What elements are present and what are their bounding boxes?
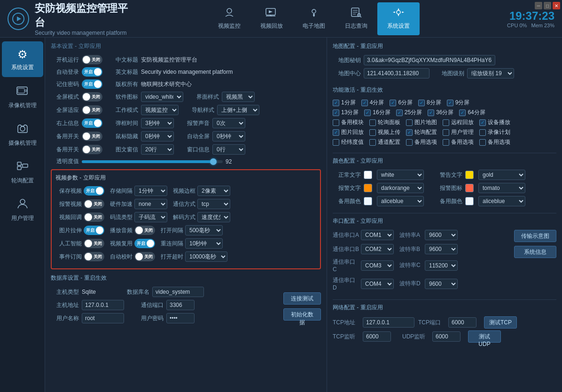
feature-channel-config[interactable]: 通道配置	[369, 138, 400, 146]
dropdown-hw-accel[interactable]: none	[134, 199, 167, 209]
dropdown-baud-c[interactable]: 115200	[425, 260, 458, 271]
toggle-startup[interactable]: 关闭	[82, 55, 102, 64]
sidebar-item-system-settings[interactable]: ⚙ 系统设置	[2, 41, 43, 77]
feature-record-plan[interactable]: 录像计划	[479, 128, 510, 136]
dropdown-com-b[interactable]: COM2	[361, 244, 394, 254]
input-password[interactable]	[166, 313, 195, 323]
toggle-auto-sync[interactable]: 关闭	[134, 252, 155, 261]
dropdown-com-d[interactable]: COM4	[361, 279, 394, 289]
feature-poll-config[interactable]: ✓ 轮询配置	[406, 128, 437, 136]
feature-64screen[interactable]: ✓ 64分屏	[459, 109, 485, 117]
dropdown-alarm-sound[interactable]: 0次	[212, 118, 245, 128]
dropdown-spare-color1[interactable]: aliceblue	[377, 196, 424, 206]
dropdown-nav-style[interactable]: 上侧+上侧	[217, 105, 259, 115]
dropdown-open-interval[interactable]: 500毫秒	[185, 225, 223, 235]
input-tcp-addr[interactable]	[363, 317, 414, 328]
toggle-img-stretch[interactable]: 开启	[84, 226, 104, 235]
tab-log-query[interactable]: 日志查询	[335, 2, 377, 35]
feature-poll-panel[interactable]: 轮询面板	[369, 118, 400, 126]
dropdown-popup-time[interactable]: 3秒钟	[141, 118, 174, 128]
swatch-spare-color2[interactable]	[465, 197, 474, 205]
feature-6screen[interactable]: ✓ 6分屏	[390, 99, 413, 107]
swatch-normal-text[interactable]	[364, 171, 372, 179]
close-button[interactable]: ✕	[553, 2, 560, 9]
swatch-warning-text[interactable]	[465, 171, 474, 179]
maximize-button[interactable]: □	[544, 2, 551, 9]
btn-test-tcp[interactable]: 测试TCP	[484, 316, 517, 329]
dropdown-warning-text-color[interactable]: gold	[478, 170, 525, 180]
feature-13screen[interactable]: ✓ 13分屏	[333, 109, 359, 117]
toggle-remember-pwd[interactable]: 开启	[82, 79, 102, 89]
dropdown-map-level[interactable]: 缩放级别 19	[467, 68, 514, 78]
toggle-spare2[interactable]: 关闭	[82, 145, 102, 154]
minimize-button[interactable]: ─	[535, 2, 542, 9]
dropdown-video-border[interactable]: 2像素	[197, 186, 230, 196]
dropdown-com-a[interactable]: COM1	[361, 230, 394, 240]
dropdown-auto-fullscreen[interactable]: 0秒钟	[212, 131, 245, 141]
btn-init-data[interactable]: 初始化数据	[283, 308, 321, 321]
feature-img-playback[interactable]: ✓ 图片回放	[333, 128, 364, 136]
sidebar-item-query-config[interactable]: 轮询配置	[2, 154, 43, 190]
input-tcp-listen[interactable]	[363, 331, 391, 342]
btn-test-udp[interactable]: 测试UDP	[468, 330, 501, 343]
toggle-fullscreen[interactable]: 关闭	[82, 92, 102, 102]
dropdown-normal-text-color[interactable]: white	[377, 170, 424, 180]
swatch-alarm-icon[interactable]	[465, 184, 474, 192]
tab-video-playback[interactable]: 视频回放	[250, 2, 293, 35]
feature-remote-playback[interactable]: 远程回放	[443, 118, 474, 126]
toggle-event-sub[interactable]: 关闭	[84, 252, 104, 261]
feature-4screen[interactable]: ✓ 4分屏	[361, 99, 384, 107]
dropdown-baud-a[interactable]: 9600	[425, 230, 458, 240]
dropdown-window-info[interactable]: 0行	[212, 144, 245, 155]
dropdown-ui-style[interactable]: 视频黑	[222, 92, 255, 102]
dropdown-decode-mode[interactable]: 速度优先	[197, 212, 230, 222]
dropdown-spare-color2[interactable]: aliceblue	[478, 196, 525, 206]
feature-1screen[interactable]: ✓ 1分屏	[333, 99, 356, 107]
toggle-alarm-video[interactable]: 关闭	[84, 199, 104, 209]
dropdown-mouse-hide[interactable]: 0秒钟	[141, 131, 174, 141]
dropdown-stream-type[interactable]: 子码流	[134, 212, 167, 222]
input-map-key[interactable]	[364, 55, 495, 65]
input-username[interactable]	[82, 313, 124, 323]
swatch-alarm-text[interactable]	[364, 184, 372, 192]
toggle-fullscreen-adapt[interactable]: 关闭	[82, 105, 102, 115]
input-comm-port[interactable]	[166, 300, 195, 310]
swatch-spare-color1[interactable]	[364, 197, 372, 205]
feature-device-play[interactable]: ✓ 设备播放	[479, 118, 510, 126]
dropdown-alarm-icon-color[interactable]: tomato	[478, 183, 525, 193]
feature-spare1[interactable]: 备用选项	[406, 138, 437, 146]
dropdown-comm-mode[interactable]: tcp	[197, 199, 230, 209]
dropdown-baud-d[interactable]: 9600	[425, 279, 458, 289]
toggle-play-audio[interactable]: 关闭	[134, 226, 155, 235]
toggle-topright-info[interactable]: 开启	[82, 118, 102, 128]
feature-36screen[interactable]: ✓ 36分屏	[428, 109, 453, 117]
dropdown-baud-b[interactable]: 9600	[425, 244, 458, 254]
feature-video-upload[interactable]: 视频上传	[369, 128, 400, 136]
toggle-autologin[interactable]: 开启	[82, 67, 102, 77]
tab-video-monitor[interactable]: 视频监控	[208, 2, 250, 35]
dropdown-soft-icon[interactable]: video_white	[141, 92, 183, 102]
feature-25screen[interactable]: ✓ 25分屏	[396, 109, 422, 117]
feature-user-mgmt[interactable]: 用户管理	[443, 128, 474, 136]
input-host-addr[interactable]	[82, 300, 124, 310]
input-udp-listen[interactable]	[432, 331, 461, 342]
toggle-video-callback[interactable]: 关闭	[84, 212, 104, 222]
toggle-spare1[interactable]: 关闭	[82, 132, 102, 141]
dropdown-com-c[interactable]: COM3	[361, 260, 394, 271]
btn-transfer-diagram[interactable]: 传输示意图	[514, 230, 556, 242]
input-db-name[interactable]	[152, 287, 204, 297]
dropdown-work-mode[interactable]: 视频监控	[141, 105, 179, 115]
feature-img-map[interactable]: 图片地图	[406, 118, 437, 126]
toggle-save-video[interactable]: 开启	[84, 186, 104, 196]
feature-spare-module[interactable]: 备用模块	[333, 118, 364, 126]
tab-e-map[interactable]: 电子地图	[293, 2, 335, 35]
input-map-center[interactable]	[364, 68, 429, 78]
sidebar-item-user-mgmt[interactable]: 用户管理	[2, 192, 43, 227]
feature-8screen[interactable]: ✓ 8分屏	[418, 99, 441, 107]
dropdown-storage-interval[interactable]: 1分钟	[134, 186, 167, 196]
dropdown-reconnect-interval[interactable]: 10秒钟	[185, 238, 223, 249]
sidebar-item-camera-mgmt[interactable]: 摄像机管理	[2, 117, 43, 152]
feature-9screen[interactable]: ✓ 9分屏	[447, 99, 470, 107]
dropdown-open-timeout[interactable]: 10000毫秒	[185, 251, 227, 262]
feature-lat-lon[interactable]: 经纬度值	[333, 138, 364, 146]
